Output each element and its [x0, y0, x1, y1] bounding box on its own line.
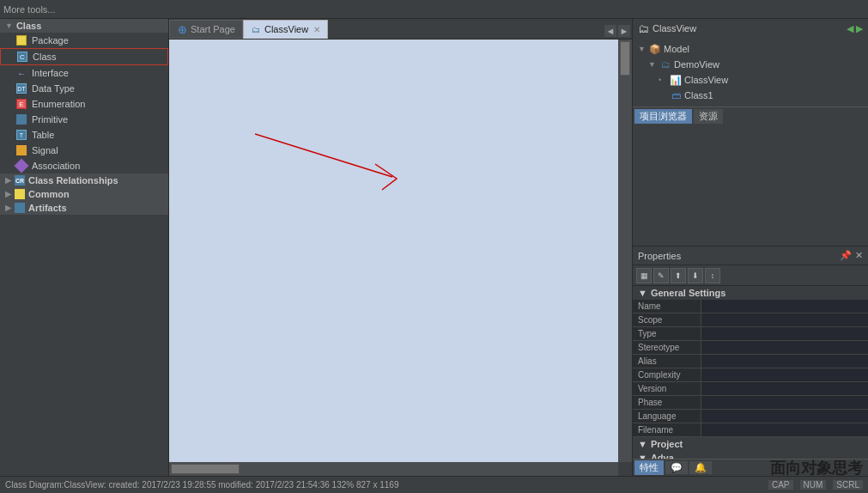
canvas-area[interactable]: [169, 40, 632, 476]
prop-val-language[interactable]: [701, 410, 868, 423]
prop-val-alias[interactable]: [701, 355, 868, 368]
prop-tab-1[interactable]: 特性: [634, 460, 664, 475]
tree-nav-right[interactable]: ▶: [856, 23, 863, 34]
prop-row-phase: Phase: [633, 396, 868, 410]
prop-btn-2[interactable]: ✎: [653, 268, 669, 283]
tab-close-button[interactable]: ✕: [313, 25, 320, 34]
prop-key-phase: Phase: [633, 396, 701, 409]
datatype-icon: DT: [15, 82, 27, 94]
tree-item-classview[interactable]: • 📊 ClassView: [633, 72, 868, 88]
class-relationships-header[interactable]: ▶ CR Class Relationships: [0, 173, 168, 187]
prop-btn-3[interactable]: ⬆: [671, 268, 686, 283]
menu-item-signal[interactable]: Signal: [0, 143, 168, 158]
prop-tab-3[interactable]: 🔔: [689, 461, 712, 474]
advanced-expand: ▼: [638, 453, 647, 459]
prop-key-filename: Filename: [633, 423, 701, 436]
model-icon: 📦: [649, 43, 661, 55]
tab-start-page[interactable]: ⊕ Start Page: [169, 20, 243, 39]
prop-val-stereotype[interactable]: [701, 341, 868, 354]
prop-val-phase[interactable]: [701, 396, 868, 409]
tab-nav-right[interactable]: ►: [618, 25, 630, 37]
artifacts-expand-icon: ▶: [5, 204, 11, 212]
enumeration-icon: E: [15, 98, 27, 110]
prop-key-language: Language: [633, 410, 701, 423]
scrollbar-thumb-horizontal[interactable]: [171, 464, 240, 474]
prop-row-filename: Filename: [633, 423, 868, 437]
menu-item-datatype[interactable]: DT Data Type: [0, 81, 168, 96]
common-icon: [15, 189, 25, 199]
tree-item-class1[interactable]: 🗃 Class1: [633, 88, 868, 103]
artifacts-label: Artifacts: [28, 203, 67, 213]
status-bar: Class Diagram:ClassView: created: 2017/2…: [0, 476, 868, 493]
top-bar: More tools...: [0, 0, 868, 19]
prop-val-complexity[interactable]: [701, 368, 868, 381]
prop-val-version[interactable]: [701, 382, 868, 395]
properties-title-bar: Properties 📌 ✕: [633, 246, 868, 265]
main-layout: ▼ Class Package C Class ← Interface DT D…: [0, 19, 868, 476]
classrel-icon: CR: [15, 175, 25, 186]
menu-item-primitive[interactable]: Primitive: [0, 112, 168, 127]
prop-val-name[interactable]: [701, 300, 868, 313]
left-panel: ▼ Class Package C Class ← Interface DT D…: [0, 19, 169, 476]
demoview-label: DemoView: [674, 59, 719, 70]
prop-val-type[interactable]: [701, 327, 868, 340]
classview-icon: 🗂: [251, 24, 261, 34]
signal-icon: [15, 144, 27, 156]
tree-nav-left[interactable]: ◀: [847, 23, 853, 34]
prop-row-alias: Alias: [633, 355, 868, 368]
project-section: ▼ Project: [633, 437, 868, 451]
prop-row-complexity: Complexity: [633, 368, 868, 382]
prop-key-alias: Alias: [633, 355, 701, 368]
prop-row-scope: Scope: [633, 313, 868, 327]
vertical-scrollbar[interactable]: [618, 40, 632, 462]
prop-key-version: Version: [633, 382, 701, 395]
properties-title-text: Properties: [638, 251, 681, 261]
menu-item-table[interactable]: T Table: [0, 127, 168, 143]
status-cap: CAP: [768, 480, 793, 490]
common-header[interactable]: ▶ Common: [0, 187, 168, 201]
tree-item-model[interactable]: ▼ 📦 Model: [633, 41, 868, 57]
menu-item-package[interactable]: Package: [0, 33, 168, 48]
menu-item-class[interactable]: C Class: [0, 48, 168, 65]
right-tab-browser[interactable]: 项目浏览器: [634, 109, 692, 124]
canvas-arrow: [255, 108, 478, 211]
prop-key-complexity: Complexity: [633, 368, 701, 381]
menu-item-association[interactable]: Association: [0, 158, 168, 173]
status-scrl: SCRL: [833, 480, 863, 490]
start-page-icon: ⊕: [177, 24, 187, 34]
common-label: Common: [28, 189, 70, 199]
properties-close-button[interactable]: ✕: [855, 250, 863, 261]
tab-nav-left[interactable]: ◄: [604, 25, 616, 37]
tree-item-demoview[interactable]: ▼ 🗂 DemoView: [633, 57, 868, 72]
more-tools-link[interactable]: More tools...: [3, 4, 56, 15]
status-num: NUM: [800, 480, 827, 490]
center-panel: ⊕ Start Page 🗂 ClassView ✕ ◄ ►: [169, 19, 632, 476]
prop-tab-2[interactable]: 💬: [665, 461, 688, 474]
general-settings-label: General Settings: [651, 288, 725, 298]
horizontal-scrollbar[interactable]: [169, 462, 618, 476]
right-tab-resources[interactable]: 资源: [694, 109, 723, 124]
class-relationships-label: Class Relationships: [28, 175, 118, 186]
right-panel-title: 🗂 ClassView ◀ ▶: [633, 19, 868, 38]
tab-bar: ⊕ Start Page 🗂 ClassView ✕ ◄ ►: [169, 19, 632, 40]
general-settings-section: ▼ General Settings: [633, 286, 868, 300]
project-expand: ▼: [638, 439, 647, 449]
class-section-header[interactable]: ▼ Class: [0, 19, 168, 33]
prop-btn-5[interactable]: ↕: [705, 268, 720, 283]
prop-row-stereotype: Stereotype: [633, 341, 868, 355]
classview-tree-icon: 🗂: [638, 22, 649, 35]
prop-row-type: Type: [633, 327, 868, 341]
common-expand-icon: ▶: [5, 190, 11, 198]
artifacts-header[interactable]: ▶ Artifacts: [0, 201, 168, 215]
properties-tab-bar: 特性 💬 🔔 面向对象思考: [633, 459, 868, 476]
properties-pin-button[interactable]: 📌: [840, 250, 852, 261]
prop-row-name: Name: [633, 300, 868, 313]
prop-val-filename[interactable]: [701, 423, 868, 436]
menu-item-interface[interactable]: ← Interface: [0, 65, 168, 81]
prop-val-scope[interactable]: [701, 313, 868, 326]
prop-btn-4[interactable]: ⬇: [688, 268, 703, 283]
menu-item-enumeration[interactable]: E Enumeration: [0, 96, 168, 112]
scrollbar-thumb-vertical[interactable]: [620, 41, 630, 76]
prop-btn-1[interactable]: ▦: [636, 268, 652, 283]
tab-class-view[interactable]: 🗂 ClassView ✕: [243, 20, 328, 39]
